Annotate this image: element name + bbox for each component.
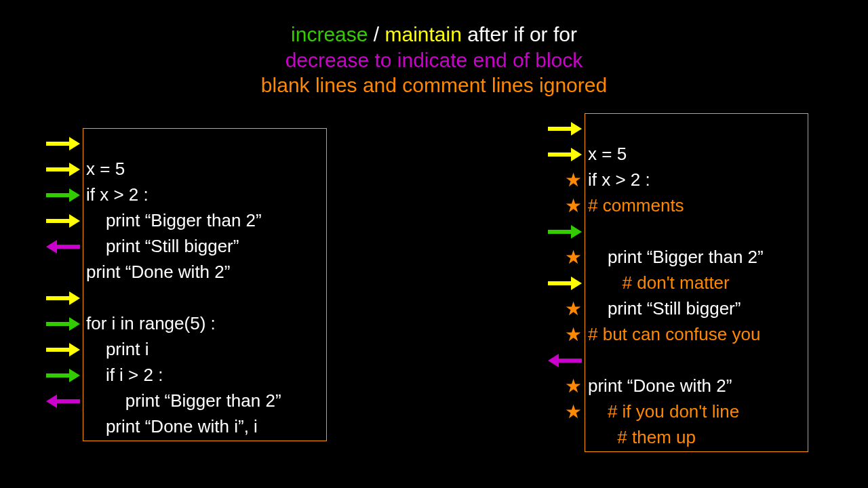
code-line: print “Done with 2” — [588, 375, 732, 396]
arrow-right-maintain-icon — [46, 214, 80, 228]
code-line: print “Done with i”, i — [86, 416, 258, 436]
marker — [548, 270, 582, 296]
marker: ★ — [565, 245, 582, 270]
marker — [46, 157, 80, 182]
marker — [46, 234, 80, 260]
code-line: print “Bigger than 2” — [86, 390, 281, 411]
code-line: # comments — [588, 195, 684, 216]
arrow-left-decrease-icon — [548, 354, 582, 367]
star-icon: ★ — [565, 300, 582, 319]
code-line: print “Still bigger” — [588, 298, 741, 319]
marker — [46, 131, 80, 157]
star-icon: ★ — [565, 325, 582, 344]
marker: ★ — [565, 167, 582, 193]
code-line: print “Bigger than 2” — [588, 247, 764, 267]
code-line: print “Bigger than 2” — [86, 210, 262, 230]
code-line: if x > 2 : — [588, 169, 650, 190]
left-marker-column — [41, 131, 80, 414]
code-line: # if you don't line — [588, 401, 739, 422]
marker — [46, 311, 80, 337]
arrow-right-increase-icon — [46, 317, 80, 331]
arrow-right-maintain-icon — [46, 343, 80, 357]
arrow-left-decrease-icon — [46, 240, 80, 253]
marker: ★ — [565, 296, 582, 322]
hdr-maintain: maintain — [384, 23, 461, 45]
arrow-right-maintain-icon — [548, 122, 582, 136]
marker — [46, 363, 80, 388]
content-area: x = 5 if x > 2 : print “Bigger than 2” p… — [0, 98, 868, 478]
marker — [46, 388, 80, 414]
marker: ★ — [565, 373, 582, 399]
code-line: x = 5 — [86, 159, 125, 179]
code-line: print “Still bigger” — [86, 236, 239, 256]
arrow-left-decrease-icon — [46, 394, 80, 408]
code-line: # don't matter — [588, 272, 730, 293]
code-line: # them up — [588, 427, 696, 447]
marker — [46, 208, 80, 234]
star-icon: ★ — [565, 197, 582, 216]
arrow-right-maintain-icon — [548, 277, 582, 290]
hdr-sep: / — [368, 23, 384, 45]
marker — [46, 182, 80, 208]
marker: ★ — [565, 322, 582, 348]
code-line: print i — [86, 339, 149, 359]
code-line: for i in range(5) : — [86, 313, 216, 333]
marker: ★ — [565, 399, 582, 425]
code-line — [588, 221, 593, 241]
header-line-2: decrease to indicate end of block — [0, 47, 868, 73]
arrow-right-increase-icon — [46, 188, 80, 202]
arrow-right-increase-icon — [548, 225, 582, 239]
left-code-box: x = 5 if x > 2 : print “Bigger than 2” p… — [83, 128, 327, 441]
marker: ★ — [565, 193, 582, 219]
code-line: if x > 2 : — [86, 184, 149, 205]
star-icon: ★ — [565, 171, 582, 190]
header-line-1: increase / maintain after if or for — [0, 22, 868, 47]
right-code-box: x = 5 if x > 2 : # comments print “Bigge… — [585, 113, 808, 452]
marker — [46, 285, 80, 311]
right-marker-column: ★★★★★★★ — [542, 116, 582, 425]
arrow-right-increase-icon — [46, 369, 80, 382]
star-icon: ★ — [565, 377, 582, 396]
arrow-right-maintain-icon — [548, 148, 582, 161]
arrow-right-maintain-icon — [46, 291, 80, 305]
code-line: x = 5 — [588, 144, 627, 164]
star-icon: ★ — [565, 403, 582, 422]
marker — [548, 219, 582, 245]
marker — [548, 348, 582, 373]
code-line — [86, 287, 91, 308]
marker — [548, 142, 582, 167]
code-line: if i > 2 : — [86, 365, 163, 385]
marker — [46, 337, 80, 363]
code-line — [588, 350, 593, 370]
hdr-tail: after if or for — [462, 23, 577, 45]
hdr-increase: increase — [291, 23, 368, 45]
arrow-right-maintain-icon — [46, 163, 80, 176]
header-line-3: blank lines and comment lines ignored — [0, 73, 868, 98]
code-line: # but can confuse you — [588, 324, 760, 344]
arrow-right-maintain-icon — [46, 137, 80, 150]
star-icon: ★ — [565, 248, 582, 267]
code-line: print “Done with 2” — [86, 262, 230, 282]
marker — [548, 116, 582, 142]
header-block: increase / maintain after if or for decr… — [0, 0, 868, 98]
